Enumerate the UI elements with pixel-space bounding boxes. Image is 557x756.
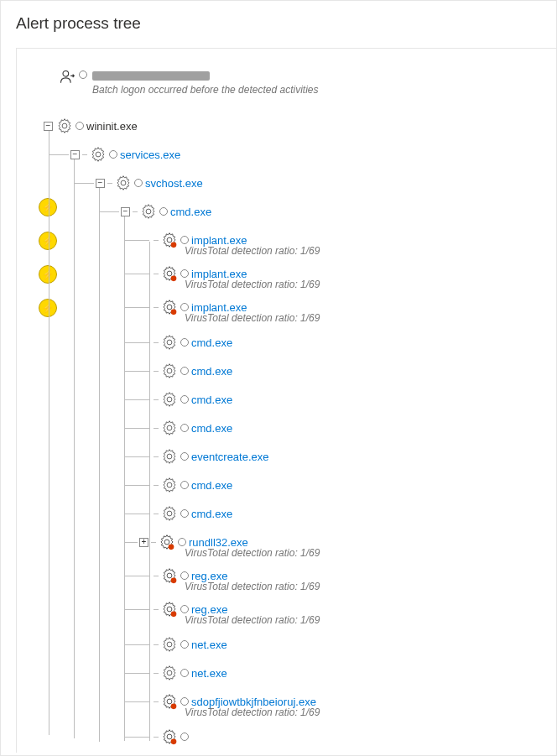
process-alert-icon (161, 299, 178, 315)
process-node-svchost[interactable]: − svchost.exe (74, 175, 203, 191)
tree-panel: Batch logon occurred before the detected… (16, 48, 556, 753)
process-node-cmd-parent[interactable]: − cmd.exe (99, 203, 211, 220)
process-node-wininit[interactable]: − wininit.exe (44, 117, 138, 134)
process-alert-icon (161, 728, 178, 745)
process-node-rundll32[interactable]: + rundll32.exe VirusTotal detection rati… (124, 534, 248, 550)
process-node-partial[interactable] (124, 728, 191, 745)
process-icon (161, 505, 178, 522)
process-alert-icon (159, 534, 175, 550)
selector-circle[interactable] (180, 303, 189, 311)
process-node-cmd[interactable]: cmd.exe (124, 334, 232, 351)
process-node-net[interactable]: net.exe (124, 665, 227, 681)
selector-circle[interactable] (180, 269, 189, 278)
process-alert-icon (161, 265, 178, 282)
process-alert-icon (161, 232, 178, 248)
selector-circle[interactable] (180, 605, 189, 613)
user-subnote: Batch logon occurred before the detected… (92, 84, 319, 96)
process-name[interactable]: net.exe (191, 639, 227, 651)
process-icon (161, 362, 178, 379)
selector-circle[interactable] (180, 640, 189, 649)
process-node-reg[interactable]: reg.exe VirusTotal detection ratio: 1/69 (124, 601, 227, 618)
user-selector-circle[interactable] (79, 70, 87, 79)
process-node-implant[interactable]: implant.exe VirusTotal detection ratio: … (124, 232, 247, 248)
expander-minus-icon[interactable]: − (121, 207, 130, 216)
process-name[interactable]: cmd.exe (191, 394, 232, 406)
selector-circle[interactable] (180, 452, 189, 461)
detection-ratio: VirusTotal detection ratio: 1/69 (185, 706, 320, 718)
process-node-cmd[interactable]: cmd.exe (124, 391, 232, 408)
process-name: wininit.exe (86, 120, 138, 133)
process-node-services[interactable]: − services.exe (49, 146, 180, 163)
process-node-cmd[interactable]: cmd.exe (124, 362, 232, 379)
selector-circle[interactable] (180, 367, 189, 375)
process-name[interactable]: cmd.exe (191, 479, 232, 492)
detection-ratio: VirusTotal detection ratio: 1/69 (185, 279, 320, 290)
process-name[interactable]: svchost.exe (145, 177, 203, 190)
selector-circle[interactable] (180, 338, 189, 347)
process-name[interactable]: cmd.exe (191, 336, 232, 349)
process-alert-icon (161, 601, 178, 618)
alert-indicator[interactable]: ⚡ (39, 265, 57, 284)
process-icon (56, 117, 73, 134)
expander-minus-icon[interactable]: − (70, 150, 80, 159)
selector-circle[interactable] (75, 122, 84, 130)
process-icon (161, 420, 178, 436)
detection-ratio: VirusTotal detection ratio: 1/69 (185, 245, 320, 257)
process-icon (90, 146, 107, 163)
user-row[interactable]: Batch logon occurred before the detected… (59, 69, 556, 96)
alert-indicator[interactable]: ⚡ (39, 299, 57, 317)
process-icon (161, 477, 178, 493)
selector-circle[interactable] (159, 207, 168, 216)
process-alert-icon (161, 693, 178, 710)
process-node-cmd[interactable]: cmd.exe (124, 505, 232, 522)
detection-ratio: VirusTotal detection ratio: 1/69 (185, 614, 320, 626)
page-title: Alert process tree (16, 14, 556, 33)
process-name[interactable]: eventcreate.exe (191, 451, 269, 463)
selector-circle[interactable] (180, 395, 189, 404)
expander-minus-icon[interactable]: − (44, 122, 53, 131)
process-name[interactable]: net.exe (191, 667, 227, 680)
detection-ratio: VirusTotal detection ratio: 1/69 (185, 312, 320, 324)
process-node-sdop[interactable]: sdopfjiowtbkjfnbeioruj.exe VirusTotal de… (124, 693, 316, 710)
process-name[interactable]: cmd.exe (191, 422, 232, 435)
selector-circle[interactable] (178, 538, 186, 546)
username-redacted (92, 71, 210, 81)
selector-circle[interactable] (180, 571, 189, 580)
selector-circle[interactable] (180, 509, 189, 518)
alert-indicator[interactable]: ⚡ (39, 198, 57, 216)
process-name[interactable]: cmd.exe (191, 508, 232, 520)
process-icon (161, 391, 178, 408)
process-name[interactable]: services.exe (120, 149, 180, 161)
detection-ratio: VirusTotal detection ratio: 1/69 (185, 581, 320, 592)
process-node-cmd[interactable]: cmd.exe (124, 420, 232, 436)
process-icon (161, 636, 178, 653)
svg-point-1 (63, 71, 69, 77)
alert-indicator[interactable]: ⚡ (39, 232, 57, 250)
process-alert-icon (161, 567, 178, 584)
expander-minus-icon[interactable]: − (96, 179, 105, 188)
process-name[interactable]: cmd.exe (170, 206, 211, 218)
process-node-cmd[interactable]: cmd.exe (124, 477, 232, 493)
process-node-reg[interactable]: reg.exe VirusTotal detection ratio: 1/69 (124, 567, 227, 584)
selector-circle[interactable] (180, 424, 189, 432)
process-icon (140, 203, 157, 220)
selector-circle[interactable] (180, 669, 189, 677)
process-node-eventcreate[interactable]: eventcreate.exe (124, 448, 269, 465)
selector-circle[interactable] (180, 733, 189, 741)
selector-circle[interactable] (180, 697, 189, 706)
process-node-net[interactable]: net.exe (124, 636, 227, 653)
process-icon (161, 448, 178, 465)
process-node-implant[interactable]: implant.exe VirusTotal detection ratio: … (124, 265, 247, 282)
selector-circle[interactable] (109, 150, 117, 159)
process-icon (161, 665, 178, 681)
selector-circle[interactable] (180, 481, 189, 489)
process-icon (115, 175, 132, 191)
user-icon (59, 69, 75, 86)
process-name[interactable]: cmd.exe (191, 365, 232, 378)
expander-plus-icon[interactable]: + (139, 538, 148, 547)
selector-circle[interactable] (134, 179, 143, 187)
selector-circle[interactable] (180, 236, 189, 244)
detection-ratio: VirusTotal detection ratio: 1/69 (185, 547, 320, 559)
process-icon (161, 334, 178, 351)
process-node-implant[interactable]: implant.exe VirusTotal detection ratio: … (124, 299, 247, 315)
